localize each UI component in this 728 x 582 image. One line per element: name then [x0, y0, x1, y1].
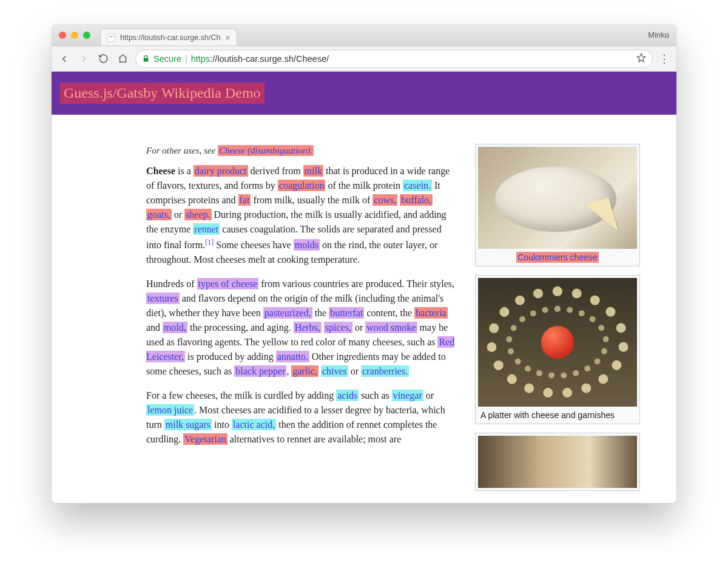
- browser-window: https://loutish-car.surge.sh/Ch × Minko …: [52, 24, 676, 503]
- lock-icon: [142, 55, 150, 63]
- paragraph-2: Hundreds of types of cheese from various…: [146, 277, 458, 379]
- secure-label: Secure: [153, 54, 181, 64]
- forward-button[interactable]: [77, 52, 90, 66]
- page-content: For other uses, see Cheese (disambiguati…: [52, 115, 676, 503]
- article-body: For other uses, see Cheese (disambiguati…: [146, 144, 458, 491]
- reference-1[interactable]: [1]: [205, 238, 214, 246]
- site-header: Guess.js/Gatsby Wikipedia Demo: [52, 72, 676, 115]
- window-titlebar: https://loutish-car.surge.sh/Ch × Minko: [52, 24, 676, 46]
- link-lemon-juice[interactable]: lemon juice: [146, 404, 194, 416]
- profile-name[interactable]: Minko: [648, 30, 669, 39]
- traffic-lights: [59, 32, 90, 39]
- image-coulommiers-cheese[interactable]: [478, 147, 637, 249]
- hatnote: For other uses, see Cheese (disambiguati…: [146, 144, 458, 158]
- maximize-window-button[interactable]: [83, 32, 90, 39]
- reload-button[interactable]: [96, 52, 110, 66]
- figure-coulommiers: Coulommiers cheese: [475, 144, 640, 266]
- paragraph-1: Cheese is a dairy product derived from m…: [146, 164, 458, 267]
- back-button[interactable]: [58, 52, 71, 66]
- link-chives[interactable]: chives: [321, 365, 348, 377]
- link-molds[interactable]: molds: [294, 239, 320, 251]
- site-title[interactable]: Guess.js/Gatsby Wikipedia Demo: [60, 83, 265, 104]
- link-lactic-acid[interactable]: lactic acid,: [232, 419, 276, 430]
- url-divider: |: [185, 54, 187, 64]
- link-fat[interactable]: fat: [238, 194, 251, 206]
- link-black-pepper[interactable]: black pepper: [234, 365, 286, 377]
- link-cranberries[interactable]: cranberries.: [361, 365, 409, 377]
- figure-platter: A platter with cheese and garnishes: [475, 275, 640, 424]
- link-acids[interactable]: acids: [336, 390, 359, 401]
- link-types-of-cheese[interactable]: types of cheese: [197, 278, 259, 289]
- link-dairy-product[interactable]: dairy product: [194, 165, 248, 177]
- bold-cheese: Cheese: [146, 166, 175, 176]
- browser-tab[interactable]: https://loutish-car.surge.sh/Ch ×: [100, 29, 237, 46]
- link-garlic[interactable]: garlic,: [291, 365, 318, 377]
- figure-caption-2: A platter with cheese and garnishes: [478, 407, 637, 421]
- link-goats[interactable]: goats,: [146, 209, 172, 220]
- figure-shop: [475, 433, 640, 491]
- tab-title: https://loutish-car.surge.sh/Ch: [120, 33, 220, 42]
- link-buffalo[interactable]: buffalo,: [400, 194, 433, 206]
- url-text: https://loutish-car.surge.sh/Cheese/: [191, 54, 329, 64]
- article-sidebar: Coulommiers cheese A platter with cheese…: [475, 144, 640, 491]
- link-annatto[interactable]: annatto.: [276, 351, 309, 362]
- image-cheese-shop[interactable]: [478, 436, 637, 488]
- address-bar[interactable]: Secure | https://loutish-car.surge.sh/Ch…: [135, 50, 653, 68]
- link-rennet[interactable]: rennet: [193, 223, 220, 235]
- menu-button[interactable]: ⋮: [659, 52, 670, 66]
- close-window-button[interactable]: [59, 32, 66, 39]
- link-coulommiers-cheese[interactable]: Coulommiers cheese: [516, 252, 599, 263]
- tab-favicon: [107, 33, 115, 42]
- tab-close-icon[interactable]: ×: [225, 33, 230, 42]
- figure-caption-1: Coulommiers cheese: [478, 249, 637, 263]
- minimize-window-button[interactable]: [71, 32, 78, 39]
- link-coagulation[interactable]: coagulation: [278, 180, 326, 191]
- link-vinegar[interactable]: vinegar: [392, 390, 423, 401]
- link-casein[interactable]: casein.: [403, 180, 432, 191]
- link-cows[interactable]: cows,: [372, 194, 397, 206]
- bookmark-star-icon[interactable]: [636, 53, 646, 64]
- link-textures[interactable]: textures: [146, 293, 180, 304]
- paragraph-3: For a few cheeses, the milk is curdled b…: [146, 388, 458, 447]
- link-mold[interactable]: mold,: [163, 322, 187, 333]
- link-butterfat[interactable]: butterfat: [329, 307, 364, 319]
- link-vegetarian[interactable]: Vegetarian: [183, 433, 227, 445]
- link-wood-smoke[interactable]: wood smoke: [365, 322, 417, 333]
- image-cheese-platter[interactable]: [478, 278, 637, 407]
- browser-toolbar: Secure | https://loutish-car.surge.sh/Ch…: [52, 46, 676, 72]
- link-herbs[interactable]: Herbs,: [294, 322, 322, 333]
- link-milk[interactable]: milk: [303, 165, 323, 177]
- hatnote-prefix: For other uses, see: [146, 146, 218, 155]
- link-disambiguation[interactable]: Cheese (disambiguation).: [218, 145, 314, 156]
- link-sheep[interactable]: sheep.: [184, 209, 211, 220]
- link-bacteria[interactable]: bacteria: [414, 307, 448, 319]
- link-milk-sugars[interactable]: milk sugars: [164, 419, 212, 430]
- home-button[interactable]: [116, 52, 129, 66]
- link-spices[interactable]: spices,: [324, 322, 352, 333]
- link-pasteurized[interactable]: pasteurized,: [263, 307, 312, 319]
